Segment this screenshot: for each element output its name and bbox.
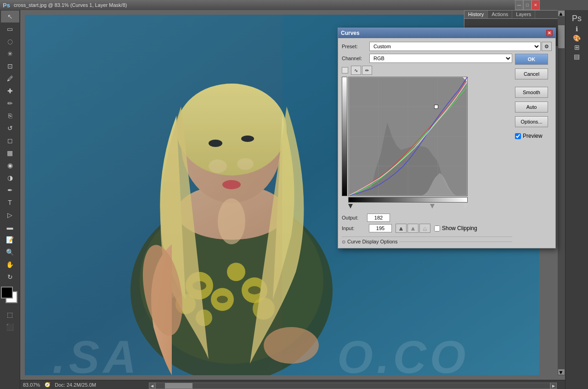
preview-row: Preview: [515, 133, 552, 139]
scrollbar-up[interactable]: ▲: [558, 11, 565, 16]
eraser-tool[interactable]: ◻: [1, 135, 19, 147]
curve-graph[interactable]: [348, 77, 468, 196]
curves-right: OK Cancel Smooth Auto Options... Preview: [515, 54, 552, 244]
magic-wand-tool[interactable]: ✳: [1, 48, 19, 60]
screen-mode-btn[interactable]: ⬛: [1, 321, 19, 333]
healing-tool[interactable]: ✚: [1, 85, 19, 97]
scroll-left[interactable]: ◀: [149, 383, 155, 389]
graph-container: [348, 77, 468, 210]
color-icon[interactable]: 🎨: [567, 34, 586, 42]
quick-mask-btn[interactable]: ⬚: [1, 309, 19, 321]
notes-tool[interactable]: 📝: [1, 234, 19, 246]
svg-rect-39: [435, 105, 438, 109]
svg-rect-40: [400, 229, 402, 231]
lasso-tool[interactable]: ◌: [1, 35, 19, 47]
shape-tool[interactable]: ▬: [1, 221, 19, 233]
maximize-btn[interactable]: □: [523, 0, 531, 10]
history-brush-tool[interactable]: ↺: [1, 122, 19, 134]
curve-pen-tool[interactable]: ∿: [351, 66, 361, 75]
scroll-right[interactable]: ▶: [550, 383, 557, 389]
ps-icon[interactable]: Ps: [567, 14, 586, 23]
curve-view-toggle: [342, 67, 348, 73]
clone-tool[interactable]: ⎘: [1, 110, 19, 122]
cancel-button[interactable]: Cancel: [515, 68, 548, 79]
ok-button[interactable]: OK: [515, 54, 548, 65]
curve-tools: ∿ ✏: [342, 66, 512, 75]
gray-eyedropper[interactable]: [407, 224, 418, 233]
smooth-button[interactable]: Smooth: [515, 87, 548, 98]
tab-layers[interactable]: Layers: [512, 11, 535, 18]
left-toolbar: ↖ ▭ ◌ ✳ ⊡ 🖉 ✚ ✏ ⎘ ↺ ◻ ▦ ◉ ◑ ✒ T ▷ ▬ 📝 🔍 …: [0, 10, 20, 389]
right-panel-icons: Ps ℹ 🎨 ⊞ ▤: [565, 10, 588, 64]
preset-row: Preset: Custom ⚙: [342, 42, 552, 51]
black-eyedropper[interactable]: [396, 224, 407, 233]
eyedropper-tool[interactable]: 🖉: [1, 73, 19, 85]
svg-text:O.CO: O.CO: [337, 331, 469, 375]
show-clipping-row: Show Clipping: [434, 225, 477, 231]
options-button[interactable]: Options...: [515, 116, 548, 127]
dodge-tool[interactable]: ◑: [1, 172, 19, 184]
graph-wrapper: [342, 77, 512, 210]
input-gradient-bar: [348, 197, 468, 203]
output-field[interactable]: [367, 214, 390, 222]
scrollbar-down[interactable]: ▼: [558, 369, 565, 375]
preview-label: Preview: [523, 133, 543, 139]
title-bar: Ps cross_start.jpg @ 83.1% (Curves 1, La…: [0, 0, 540, 10]
svg-point-25: [218, 198, 245, 244]
info-icon[interactable]: ℹ: [567, 25, 586, 33]
zoom-tool[interactable]: 🔍: [1, 246, 19, 258]
output-row: Output:: [342, 214, 512, 222]
svg-rect-42: [424, 229, 426, 231]
curves-dialog: Curves ✕ Preset: Custom ⚙ Channel:: [338, 28, 556, 248]
slider-handle-mid[interactable]: [430, 204, 435, 209]
scrollbar-thumb-h[interactable]: [165, 383, 192, 389]
cdo-label: Curve Display Options: [347, 239, 397, 244]
auto-button[interactable]: Auto: [515, 101, 548, 113]
cdo-arrow-icon[interactable]: ⊙: [342, 239, 345, 244]
white-eyedropper[interactable]: [419, 224, 430, 233]
slider-handle-white[interactable]: [463, 204, 468, 209]
blur-tool[interactable]: ◉: [1, 159, 19, 171]
channel-select[interactable]: RGB Red Green Blue: [369, 54, 512, 63]
rotation-tool[interactable]: ↻: [1, 271, 19, 283]
close-btn[interactable]: ✕: [531, 0, 540, 10]
gradient-tool[interactable]: ▦: [1, 147, 19, 159]
input-label: Input:: [342, 226, 367, 231]
grid-icon[interactable]: ⊞: [567, 44, 586, 51]
hand-tool[interactable]: ✋: [1, 259, 19, 271]
foreground-color[interactable]: [1, 287, 13, 299]
curves-main: Channel: RGB Red Green Blue ∿ ✏: [342, 54, 552, 244]
status-bar: 83.07% 🧭 Doc: 24.2M/25.0M ◀ ▶: [20, 380, 565, 389]
crop-tool[interactable]: ⊡: [1, 60, 19, 72]
curve-display-options: ⊙ Curve Display Options: [342, 237, 512, 244]
input-field[interactable]: [369, 224, 392, 232]
move-tool[interactable]: ↖: [1, 11, 19, 23]
curve-pencil-tool[interactable]: ✏: [362, 66, 372, 75]
slider-handle-black[interactable]: [348, 204, 353, 209]
output-input-area: Output: Input:: [342, 214, 512, 233]
eyedropper-group: [396, 224, 430, 233]
preset-select[interactable]: Custom: [369, 42, 541, 51]
tab-history[interactable]: History: [464, 11, 488, 18]
marquee-tool[interactable]: ▭: [1, 23, 19, 35]
curves-body: Preset: Custom ⚙ Channel: RGB Red: [338, 38, 555, 248]
brush-tool[interactable]: ✏: [1, 97, 19, 109]
tab-actions[interactable]: Actions: [488, 11, 512, 18]
path-selection-tool[interactable]: ▷: [1, 209, 19, 221]
right-panel: Ps ℹ 🎨 ⊞ ▤: [565, 10, 588, 389]
preset-options-btn[interactable]: ⚙: [542, 42, 552, 51]
curves-close-btn[interactable]: ✕: [546, 30, 553, 36]
minimize-btn[interactable]: —: [515, 0, 523, 10]
preview-checkbox[interactable]: [515, 133, 521, 139]
doc-size: Doc: 24.2M/25.0M: [55, 382, 96, 388]
channel-row: Channel: RGB Red Green Blue: [342, 54, 512, 63]
color-swatches: [1, 287, 19, 305]
show-clipping-checkbox[interactable]: [434, 226, 440, 231]
channel-label: Channel:: [342, 56, 369, 61]
layers-icon[interactable]: ▤: [567, 53, 586, 60]
zoom-level: 83.07%: [23, 382, 40, 388]
scrollbar-track-h[interactable]: [155, 383, 550, 389]
type-tool[interactable]: T: [1, 197, 19, 209]
scrollbar-thumb-v[interactable]: [558, 25, 565, 48]
pen-tool[interactable]: ✒: [1, 184, 19, 196]
